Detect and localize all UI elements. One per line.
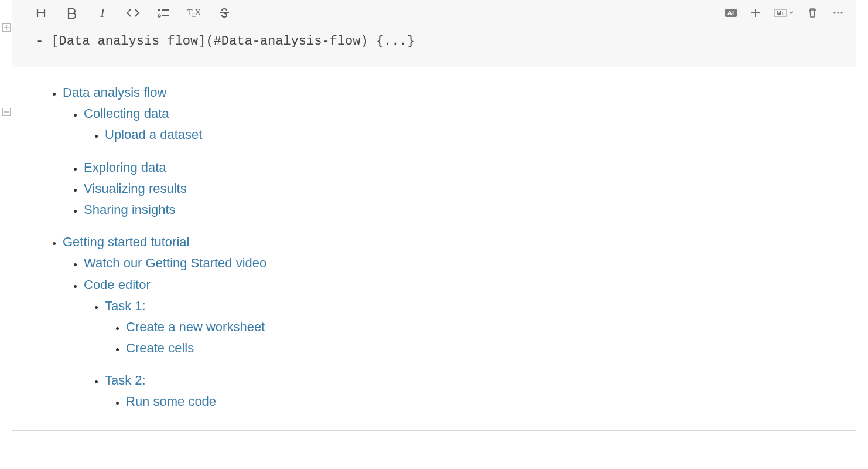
toc-item: Sharing insights [84, 199, 832, 220]
toc-item: Task 1:Create a new worksheetCreate cell… [105, 295, 832, 359]
list-spacer [105, 359, 832, 369]
bold-button[interactable] [65, 6, 79, 20]
markdown-edit-cell: I TEX [12, 0, 856, 67]
toc-sublist: Task 1:Create a new worksheetCreate cell… [84, 295, 832, 412]
toc-sublist: Collecting dataUpload a datasetExploring… [63, 103, 832, 220]
toc-item: Code editorTask 1:Create a new worksheet… [84, 274, 832, 412]
toc-item: Watch our Getting Started video [84, 253, 832, 273]
latex-button[interactable]: TEX [187, 6, 201, 20]
gutter [1, 0, 12, 116]
toc-sublist: Run some code [105, 391, 832, 412]
strikethrough-button[interactable] [217, 6, 231, 20]
delete-button[interactable] [805, 6, 819, 20]
italic-button[interactable]: I [95, 6, 110, 20]
toc-link[interactable]: Create cells [126, 341, 194, 355]
toc-link[interactable]: Sharing insights [84, 202, 176, 217]
toc-link[interactable]: Getting started tutorial [63, 235, 189, 249]
toc-item: Exploring data [84, 157, 832, 178]
toc-item: Run some code [126, 391, 832, 412]
ai-button[interactable]: AI [725, 9, 737, 17]
list-spacer [84, 146, 832, 157]
svg-rect-1 [162, 9, 169, 11]
add-cell-icon[interactable] [2, 23, 11, 32]
toc-sublist: Upload a dataset [84, 124, 832, 145]
heading-button[interactable] [35, 6, 49, 20]
toc-link[interactable]: Watch our Getting Started video [84, 256, 266, 270]
toc-link[interactable]: Create a new worksheet [126, 320, 265, 334]
toc-item: Task 2:Run some code [105, 370, 832, 412]
toc-item: Collecting dataUpload a dataset [84, 103, 832, 145]
more-button[interactable] [831, 6, 845, 20]
toc-sublist: Create a new worksheetCreate cells [105, 317, 832, 358]
toc-item: Create cells [126, 338, 832, 358]
toc-sublist: Watch our Getting Started videoCode edit… [63, 253, 832, 412]
list-button[interactable] [156, 6, 170, 20]
toc-link[interactable]: Run some code [126, 394, 216, 409]
toc-item: Getting started tutorialWatch our Gettin… [63, 232, 832, 412]
toc-link[interactable]: Visualizing results [84, 181, 187, 196]
toolbar-right: AI M↓ [725, 6, 845, 20]
toc-link[interactable]: Code editor [84, 277, 151, 292]
svg-point-5 [837, 12, 839, 13]
toolbar-left: I TEX [35, 6, 231, 20]
toc-link[interactable]: Exploring data [84, 160, 166, 175]
toc-item: Create a new worksheet [126, 317, 832, 337]
svg-point-4 [833, 12, 835, 13]
code-button[interactable] [126, 6, 140, 20]
list-spacer [63, 220, 832, 231]
toc-link[interactable]: Task 1: [105, 298, 146, 313]
svg-point-6 [840, 12, 842, 13]
toc-link[interactable]: Collecting data [84, 106, 169, 121]
markdown-source-editor[interactable]: - [Data analysis flow](#Data-analysis-fl… [12, 21, 856, 67]
notebook-cell-container: I TEX [12, 0, 856, 431]
toc-link[interactable]: Task 2: [105, 373, 146, 388]
collapse-cell-icon[interactable] [2, 108, 11, 116]
toc-item: Data analysis flowCollecting dataUpload … [63, 82, 832, 220]
svg-point-2 [158, 15, 160, 17]
chevron-down-icon [789, 11, 794, 15]
toc-link[interactable]: Data analysis flow [63, 85, 166, 100]
toc-item: Upload a dataset [105, 124, 832, 145]
toc-link[interactable]: Upload a dataset [105, 127, 202, 142]
insert-button[interactable] [749, 6, 763, 20]
toc-item: Visualizing results [84, 178, 832, 199]
cell-type-dropdown[interactable]: M↓ [774, 9, 794, 17]
svg-rect-3 [162, 15, 169, 16]
toc-list: Data analysis flowCollecting dataUpload … [50, 82, 832, 412]
rendered-markdown-cell: Data analysis flowCollecting dataUpload … [12, 67, 856, 430]
cell-toolbar: I TEX [12, 0, 856, 21]
svg-rect-0 [158, 9, 160, 11]
